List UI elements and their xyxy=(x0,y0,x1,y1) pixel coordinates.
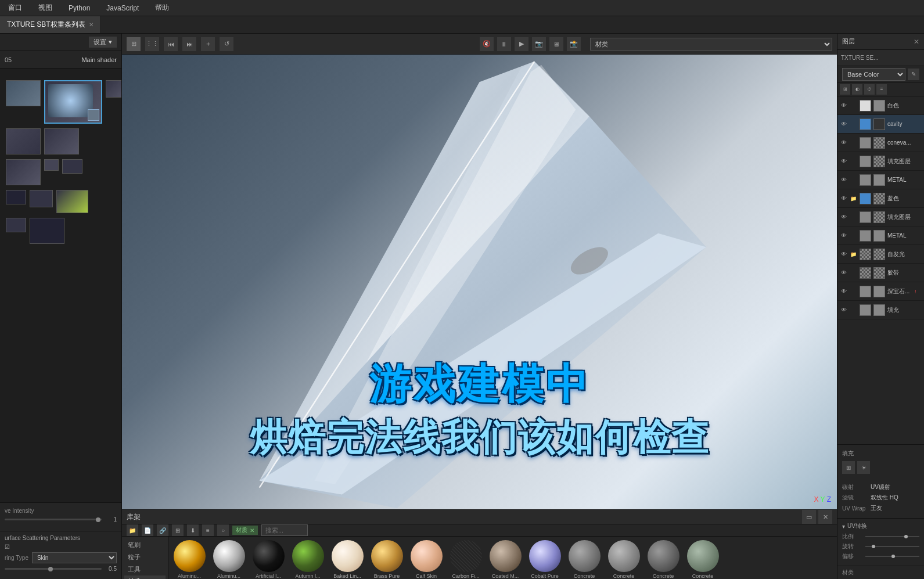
thumbnail-item[interactable] xyxy=(30,190,53,207)
prev-button[interactable]: ⏮ xyxy=(164,37,178,51)
layer-item[interactable]: 👁 coneva... xyxy=(837,134,924,152)
right-panel-close-button[interactable]: ✕ xyxy=(914,38,919,46)
menu-window[interactable]: 窗口 xyxy=(5,2,26,14)
refresh-button[interactable]: ↺ xyxy=(220,37,233,51)
thumbnail-item[interactable] xyxy=(30,218,64,244)
intensity-slider[interactable] xyxy=(5,519,102,520)
menu-python[interactable]: Python xyxy=(65,3,94,13)
layer-item[interactable]: 👁 cavity xyxy=(837,115,924,134)
base-color-dropdown[interactable]: Base Color xyxy=(842,68,905,81)
next-button[interactable]: ⏭ xyxy=(182,37,196,51)
grid-view-button[interactable]: ⊞ xyxy=(127,37,141,51)
asset-close-button[interactable]: ✕ xyxy=(818,510,832,524)
fill-icon-sun[interactable]: ☀ xyxy=(857,461,870,474)
subsurface-slider[interactable] xyxy=(5,568,102,570)
thumbnail-item[interactable] xyxy=(6,80,41,106)
intensity-slider-thumb[interactable] xyxy=(96,517,100,522)
folder-icon-button[interactable]: 📁 xyxy=(127,524,138,536)
thumbnail-item[interactable] xyxy=(6,128,41,154)
settings-button[interactable]: 设置 ▾ xyxy=(89,37,117,48)
material-item[interactable]: Artificial l... xyxy=(251,540,286,579)
layer-item[interactable]: 👁 METAL xyxy=(837,226,924,245)
sidebar-item-particles[interactable]: 粒子 xyxy=(124,551,166,563)
layers-icon3[interactable]: ⏱ xyxy=(864,84,875,95)
skin-type-select[interactable]: Skin xyxy=(32,552,117,563)
file-icon-button[interactable]: 📄 xyxy=(142,524,153,536)
thumbnail-item[interactable] xyxy=(44,80,102,124)
thumbnail-item[interactable] xyxy=(44,159,59,171)
mute-button[interactable]: 🔇 xyxy=(480,37,494,51)
edit-icon-button[interactable]: ✎ xyxy=(908,69,919,80)
uv-slider-thumb[interactable] xyxy=(872,545,875,548)
layer-visibility-icon[interactable]: 👁 xyxy=(840,139,848,147)
material-item[interactable]: Concrete xyxy=(646,540,681,579)
material-item[interactable]: Baked Lin... xyxy=(330,540,365,579)
layer-item[interactable]: 👁 📁 自发光 xyxy=(837,245,924,264)
snapshot-button[interactable]: 📸 xyxy=(567,37,581,51)
layer-item[interactable]: 👁 METAL xyxy=(837,171,924,189)
layer-item[interactable]: 👁 白色 xyxy=(837,96,924,115)
layer-visibility-icon[interactable]: 👁 xyxy=(840,195,848,203)
layers-icon4[interactable]: ≡ xyxy=(876,84,887,95)
grid-small-button[interactable]: ⋮⋮ xyxy=(145,37,159,51)
fill-icon-grid[interactable]: ⊞ xyxy=(842,461,855,474)
layers-icon1[interactable]: ⊞ xyxy=(840,84,850,95)
material-item[interactable]: Cobalt Pure xyxy=(527,540,562,579)
tab-close-icon[interactable]: ✕ xyxy=(89,21,94,28)
menu-view[interactable]: 视图 xyxy=(35,2,56,14)
material-item[interactable]: Carbon Fi... xyxy=(448,540,483,579)
menu-help[interactable]: 帮助 xyxy=(152,2,172,14)
layer-visibility-icon[interactable]: 👁 xyxy=(840,213,848,221)
sidebar-item-brushes[interactable]: 笔刷 xyxy=(124,539,166,551)
sidebar-item-materials[interactable]: 材质 xyxy=(124,576,166,579)
material-item[interactable]: Brass Pure xyxy=(369,540,404,579)
uv-slider[interactable] xyxy=(865,536,919,537)
material-item[interactable]: Concrete xyxy=(567,540,602,579)
sidebar-item-tools[interactable]: 工具 xyxy=(124,563,166,576)
layer-visibility-icon[interactable]: 👁 xyxy=(840,102,848,110)
thumbnail-item[interactable] xyxy=(106,80,121,98)
layer-item[interactable]: 👁 胶带 xyxy=(837,264,924,282)
uv-slider-thumb[interactable] xyxy=(891,555,895,558)
camera-button[interactable]: 📷 xyxy=(532,37,546,51)
tag-close-button[interactable]: ✕ xyxy=(250,527,254,534)
material-item[interactable]: Autumn l... xyxy=(290,540,325,579)
material-item[interactable]: Concrete xyxy=(685,540,720,579)
asset-search-input[interactable] xyxy=(261,524,308,536)
uv-slider[interactable] xyxy=(865,546,919,547)
subsurface-slider-thumb[interactable] xyxy=(48,567,53,571)
link-icon-button[interactable]: 🔗 xyxy=(157,524,168,536)
grid-icon-button[interactable]: ⊞ xyxy=(172,524,184,536)
material-item[interactable]: Aluminu... xyxy=(211,540,246,579)
layer-visibility-icon[interactable]: 👁 xyxy=(840,306,848,314)
thumbnail-item[interactable] xyxy=(6,218,26,232)
thumbnail-item[interactable] xyxy=(56,190,88,213)
layer-visibility-icon[interactable]: 👁 xyxy=(840,157,848,166)
material-item[interactable]: Calf Skin xyxy=(409,540,444,579)
pause-button[interactable]: ⏸ xyxy=(497,37,511,51)
filter-icon-button[interactable]: ≡ xyxy=(202,524,214,536)
layer-visibility-icon[interactable]: 👁 xyxy=(840,287,848,296)
layer-visibility-icon[interactable]: 👁 xyxy=(840,176,848,184)
layer-visibility-icon[interactable]: 👁 xyxy=(840,232,848,240)
material-item[interactable]: Coated M... xyxy=(488,540,523,579)
layer-item[interactable]: 👁 深宝石... ! xyxy=(837,282,924,301)
asset-minimize-button[interactable]: ▭ xyxy=(802,510,816,524)
uv-slider-thumb[interactable] xyxy=(904,535,908,538)
layer-visibility-icon[interactable]: 👁 xyxy=(840,120,848,128)
thumbnail-item[interactable] xyxy=(6,190,26,204)
thumbnail-item[interactable] xyxy=(44,128,79,154)
layer-item[interactable]: 👁 填充 xyxy=(837,301,924,319)
layer-visibility-icon[interactable]: 👁 xyxy=(840,269,848,277)
play-button[interactable]: ▶ xyxy=(515,37,528,51)
material-item[interactable]: Aluminu... xyxy=(172,540,207,579)
uv-slider[interactable] xyxy=(865,556,919,557)
thumbnail-item[interactable] xyxy=(62,159,82,174)
screen-button[interactable]: 🖥 xyxy=(549,37,563,51)
layer-visibility-icon[interactable]: 👁 xyxy=(840,250,848,258)
import-icon-button[interactable]: ⬇ xyxy=(187,524,199,536)
material-type-dropdown[interactable]: 材类 xyxy=(590,38,833,51)
layers-icon2[interactable]: ◐ xyxy=(852,84,862,95)
tab-main[interactable]: TXTURE SBT权重条列表 ✕ xyxy=(0,16,101,33)
thumbnail-item[interactable] xyxy=(6,159,41,185)
